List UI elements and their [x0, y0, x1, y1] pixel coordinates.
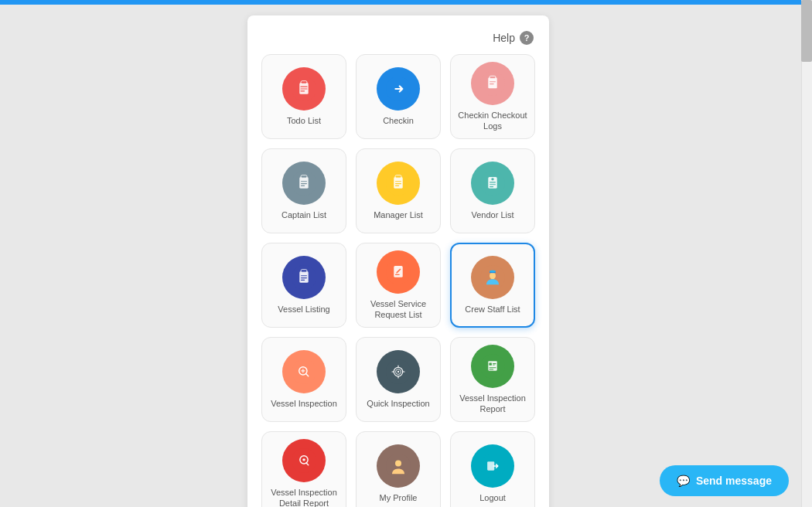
tile-label-crew-staff-list: Crew Staff List [465, 304, 520, 315]
tile-label-checkin-checkout-logs: Checkin Checkout Logs [457, 110, 528, 132]
tiles-grid: Todo ListCheckin Checkin Checkout Logs C… [263, 54, 534, 507]
tile-icon-vendor-list [471, 162, 514, 205]
svg-rect-27 [490, 182, 496, 182]
svg-rect-5 [300, 90, 305, 91]
svg-rect-2 [301, 81, 307, 83]
tile-label-todo-list: Todo List [287, 115, 321, 126]
tile-icon-manager-list [377, 162, 420, 205]
tile-label-manager-list: Manager List [374, 209, 423, 220]
tile-icon-vessel-listing [282, 256, 326, 299]
svg-rect-15 [301, 181, 307, 182]
svg-point-62 [395, 460, 401, 466]
tile-icon-vessel-inspection-report [471, 345, 514, 388]
svg-rect-13 [299, 177, 308, 189]
svg-rect-3 [300, 86, 307, 87]
svg-rect-8 [488, 77, 496, 88]
svg-rect-9 [490, 76, 496, 78]
tile-icon-vessel-inspection [282, 350, 326, 393]
svg-rect-38 [395, 274, 400, 275]
tile-icon-vessel-service-request-list [377, 250, 420, 294]
svg-rect-16 [301, 183, 307, 184]
svg-rect-23 [395, 185, 399, 186]
send-message-icon: 💬 [677, 475, 690, 487]
tile-icon-quick-inspection [377, 350, 420, 393]
tile-my-profile[interactable]: My Profile [356, 431, 441, 507]
svg-rect-32 [301, 270, 307, 272]
tile-icon-logout [471, 444, 514, 488]
tile-logout[interactable]: Logout [450, 431, 535, 507]
main-panel: Help ? Todo ListCheckin Checkin Checkout… [247, 15, 549, 507]
tile-quick-inspection[interactable]: Quick Inspection [356, 337, 441, 422]
tile-label-checkin: Checkin [383, 115, 414, 126]
svg-point-59 [302, 458, 305, 461]
svg-rect-34 [301, 277, 307, 278]
tile-icon-vessel-inspection-detail-report [282, 439, 326, 482]
svg-rect-22 [395, 183, 401, 184]
scrollbar-track[interactable] [801, 0, 812, 507]
svg-point-49 [397, 371, 399, 373]
svg-point-45 [302, 369, 304, 372]
svg-rect-53 [493, 363, 496, 364]
tile-label-logout: Logout [479, 492, 506, 503]
svg-rect-4 [300, 88, 307, 89]
help-row: Help ? [263, 31, 534, 45]
svg-rect-56 [489, 369, 493, 369]
help-icon[interactable]: ? [520, 31, 534, 45]
tile-icon-my-profile [377, 444, 420, 488]
send-message-button[interactable]: 💬 Send message [660, 465, 789, 496]
svg-rect-33 [301, 275, 307, 276]
svg-rect-52 [489, 362, 491, 365]
top-bar [0, 0, 812, 5]
tile-icon-todo-list [282, 67, 326, 111]
tile-label-vessel-inspection-report: Vessel Inspection Report [457, 393, 528, 415]
svg-rect-21 [395, 181, 401, 182]
tile-captain-list[interactable]: Captain List [261, 148, 346, 233]
tile-vessel-inspection[interactable]: Vessel Inspection [261, 337, 346, 422]
tile-vessel-inspection-detail-report[interactable]: Vessel Inspection Detail Report [261, 431, 346, 507]
svg-rect-10 [490, 81, 496, 82]
tile-crew-staff-list[interactable]: Crew Staff List [450, 243, 535, 328]
tile-icon-checkin [377, 67, 420, 111]
svg-rect-54 [493, 364, 495, 365]
svg-rect-55 [489, 367, 496, 368]
svg-rect-17 [301, 185, 305, 186]
help-label: Help [493, 32, 515, 44]
svg-rect-19 [394, 177, 402, 189]
tile-vessel-inspection-report[interactable]: Vessel Inspection Report [450, 337, 535, 422]
svg-rect-28 [490, 184, 496, 185]
tile-label-quick-inspection: Quick Inspection [367, 398, 429, 409]
tile-label-captain-list: Captain List [281, 209, 326, 220]
tile-vessel-service-request-list[interactable]: Vessel Service Request List [356, 243, 441, 328]
svg-rect-29 [490, 186, 493, 187]
tile-label-my-profile: My Profile [380, 492, 418, 503]
tile-label-vessel-listing: Vessel Listing [278, 304, 329, 315]
tile-label-vessel-service-request-list: Vessel Service Request List [363, 298, 434, 321]
tile-icon-checkin-checkout-logs [471, 62, 514, 105]
svg-point-26 [491, 178, 493, 180]
tile-checkin-checkout-logs[interactable]: Checkin Checkout Logs [450, 54, 535, 139]
tile-icon-captain-list [282, 162, 326, 205]
svg-rect-35 [301, 280, 305, 281]
svg-rect-14 [301, 175, 307, 178]
tile-manager-list[interactable]: Manager List [356, 148, 441, 233]
svg-rect-11 [490, 83, 494, 84]
tile-label-vessel-inspection-detail-report: Vessel Inspection Detail Report [268, 487, 339, 507]
tile-label-vendor-list: Vendor List [471, 209, 513, 220]
tile-icon-crew-staff-list [471, 256, 514, 299]
svg-rect-20 [395, 175, 401, 178]
svg-point-40 [490, 272, 496, 279]
send-message-label: Send message [696, 475, 772, 487]
scrollbar-thumb[interactable] [801, 0, 812, 62]
tile-vessel-listing[interactable]: Vessel Listing [261, 243, 346, 328]
tile-vendor-list[interactable]: Vendor List [450, 148, 535, 233]
tile-label-vessel-inspection: Vessel Inspection [271, 398, 337, 409]
tile-todo-list[interactable]: Todo List [261, 54, 346, 139]
tile-checkin[interactable]: Checkin [356, 54, 441, 139]
svg-rect-31 [299, 271, 308, 283]
svg-point-42 [490, 271, 496, 272]
